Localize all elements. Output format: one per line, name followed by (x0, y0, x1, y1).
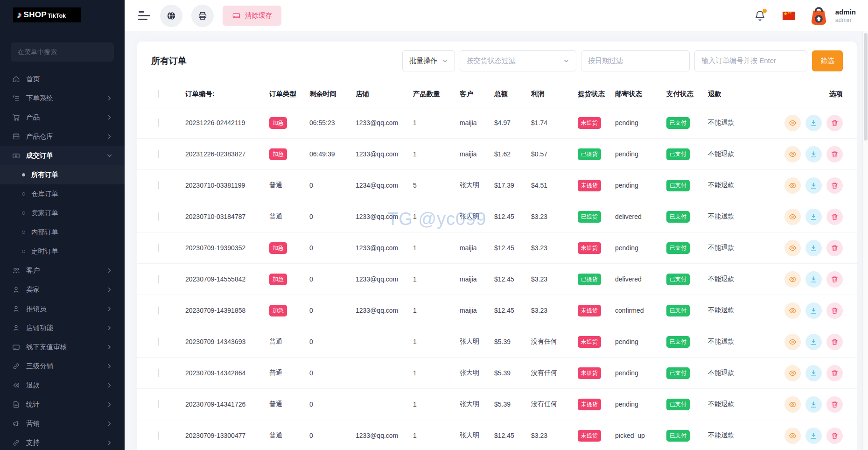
delete-order-button[interactable] (826, 428, 843, 444)
download-order-button[interactable] (805, 365, 822, 381)
menu-search-input[interactable]: 在菜单中搜索 (11, 42, 114, 62)
language-flag-cn[interactable]: ★ ★★ (783, 12, 795, 20)
remaining-time: 0 (309, 369, 356, 377)
sidebar-item-7[interactable]: 推销员 (0, 299, 125, 318)
delete-order-button[interactable] (826, 302, 843, 319)
sidebar-toggle-button[interactable] (138, 11, 151, 20)
delete-order-button[interactable] (826, 396, 843, 413)
sidebar-item-11[interactable]: 退款 (0, 376, 125, 395)
download-order-button[interactable] (805, 428, 822, 444)
sidebar-item-1[interactable]: 下单系统 (0, 89, 125, 108)
sidebar-item-13[interactable]: 营销 (0, 414, 125, 433)
sidebar-item-9[interactable]: 线下充值审核 (0, 338, 125, 357)
pickup-status-badge: 未提货 (578, 367, 601, 379)
warehouse-icon (12, 133, 20, 141)
scrollbar-thumb[interactable] (864, 33, 868, 141)
user-avatar[interactable] (808, 5, 830, 27)
delete-order-button[interactable] (826, 115, 843, 131)
view-order-button[interactable] (784, 365, 801, 381)
download-icon (810, 213, 818, 221)
column-header-5: 客户 (460, 90, 494, 98)
sidebar-item-label: 统计 (26, 400, 106, 409)
sidebar-item-8[interactable]: 店铺功能 (0, 318, 125, 338)
delete-order-button[interactable] (826, 146, 843, 162)
view-order-button[interactable] (784, 428, 801, 444)
sidebar-subitem-4-4[interactable]: 定时订单 (0, 242, 125, 261)
filter-submit-button[interactable]: 筛选 (812, 50, 843, 71)
trash-icon (831, 338, 839, 346)
row-checkbox[interactable] (158, 338, 159, 346)
view-order-button[interactable] (784, 396, 801, 413)
delete-order-button[interactable] (826, 365, 843, 381)
remaining-time: 0 (309, 401, 356, 408)
order-type-text: 普通 (269, 400, 282, 408)
row-checkbox[interactable] (158, 150, 159, 158)
sidebar-divider (0, 31, 125, 31)
row-checkbox[interactable] (158, 181, 159, 190)
sidebar-subitem-4-1[interactable]: 仓库订单 (0, 184, 125, 204)
download-order-button[interactable] (805, 302, 822, 319)
product-qty: 5 (413, 182, 460, 189)
sidebar-item-10[interactable]: 三级分销 (0, 357, 125, 376)
language-globe-button[interactable] (160, 5, 182, 27)
row-checkbox[interactable] (158, 275, 159, 283)
view-order-button[interactable] (784, 302, 801, 319)
delete-order-button[interactable] (826, 209, 843, 225)
delete-order-button[interactable] (826, 177, 843, 194)
view-order-button[interactable] (784, 177, 801, 194)
row-checkbox[interactable] (158, 212, 159, 221)
delete-order-button[interactable] (826, 240, 843, 256)
sidebar-item-5[interactable]: 客户 (0, 261, 125, 280)
view-order-button[interactable] (784, 115, 801, 131)
date-filter-input[interactable]: 按日期过滤 (581, 50, 690, 71)
row-checkbox[interactable] (158, 244, 159, 252)
download-order-button[interactable] (805, 115, 822, 131)
row-actions (773, 177, 843, 194)
download-order-button[interactable] (805, 177, 822, 194)
download-order-button[interactable] (805, 396, 822, 413)
profit-amount: $3.23 (531, 307, 578, 314)
notifications-button[interactable] (754, 10, 766, 21)
clear-cache-button[interactable]: 清除缓存 (223, 6, 281, 26)
total-amount: $5.39 (494, 338, 531, 345)
sidebar-subitem-4-3[interactable]: 内部订单 (0, 223, 125, 242)
sidebar-item-3[interactable]: 产品仓库 (0, 127, 125, 146)
download-order-button[interactable] (805, 334, 822, 350)
view-order-button[interactable] (784, 334, 801, 350)
row-checkbox[interactable] (158, 431, 159, 440)
row-checkbox[interactable] (158, 119, 159, 127)
print-button[interactable] (191, 5, 214, 27)
order-number-input[interactable]: 输入订单编号并按 Enter (694, 50, 807, 71)
view-order-button[interactable] (784, 209, 801, 225)
row-checkbox[interactable] (158, 369, 159, 377)
delete-order-button[interactable] (826, 334, 843, 350)
view-order-button[interactable] (784, 146, 801, 162)
select-all-checkbox[interactable] (158, 90, 159, 98)
sidebar-item-0[interactable]: 首页 (0, 70, 125, 89)
delivery-status-filter-select[interactable]: 按交货状态过滤 (460, 50, 576, 71)
download-order-button[interactable] (805, 271, 822, 288)
view-order-button[interactable] (784, 240, 801, 256)
sidebar-item-2[interactable]: 产品 (0, 108, 125, 127)
view-order-button[interactable] (784, 271, 801, 288)
bulk-actions-dropdown[interactable]: 批量操作 (402, 50, 455, 71)
download-order-button[interactable] (805, 240, 822, 256)
sidebar-item-14[interactable]: 支持 (0, 433, 125, 450)
sidebar-item-12[interactable]: 统计 (0, 395, 125, 414)
delete-order-button[interactable] (826, 271, 843, 288)
pickup-status-badge: 未提货 (578, 336, 601, 348)
sidebar-item-6[interactable]: 卖家 (0, 280, 125, 299)
download-order-button[interactable] (805, 209, 822, 225)
sidebar-menu: 首页下单系统产品产品仓库成交订单所有订单仓库订单卖家订单内部订单定时订单客户卖家… (0, 70, 125, 450)
eye-icon (789, 213, 797, 221)
row-checkbox[interactable] (158, 400, 159, 408)
mail-status: delivered (615, 213, 666, 220)
download-order-button[interactable] (805, 146, 822, 162)
row-checkbox[interactable] (158, 306, 159, 315)
row-actions (773, 365, 843, 381)
sidebar-item-4[interactable]: 成交订单 (0, 146, 125, 165)
row-actions (773, 302, 843, 319)
link-icon (12, 362, 20, 371)
sidebar-subitem-4-0[interactable]: 所有订单 (0, 165, 125, 184)
sidebar-subitem-4-2[interactable]: 卖家订单 (0, 204, 125, 223)
